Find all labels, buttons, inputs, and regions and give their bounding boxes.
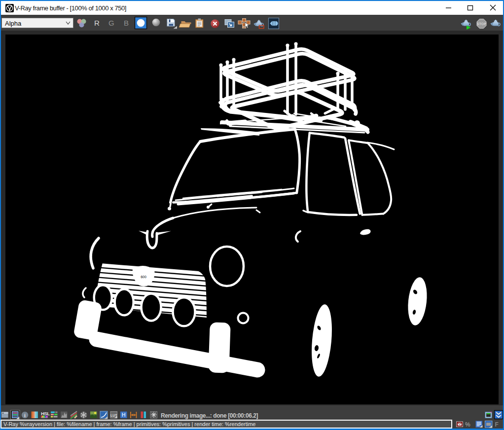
svg-text:B: B — [124, 19, 129, 27]
svg-text:LUT: LUT — [110, 414, 117, 417]
svg-text:i: i — [24, 413, 26, 418]
svg-text:HSL: HSL — [41, 411, 50, 416]
svg-text:%: % — [465, 421, 470, 428]
svg-text:STOP: STOP — [477, 22, 487, 26]
svg-text:H: H — [122, 412, 126, 418]
svg-text:600: 600 — [141, 275, 146, 279]
svg-text:F: F — [495, 421, 499, 428]
svg-text:R: R — [94, 19, 100, 27]
svg-text:G: G — [108, 19, 114, 27]
